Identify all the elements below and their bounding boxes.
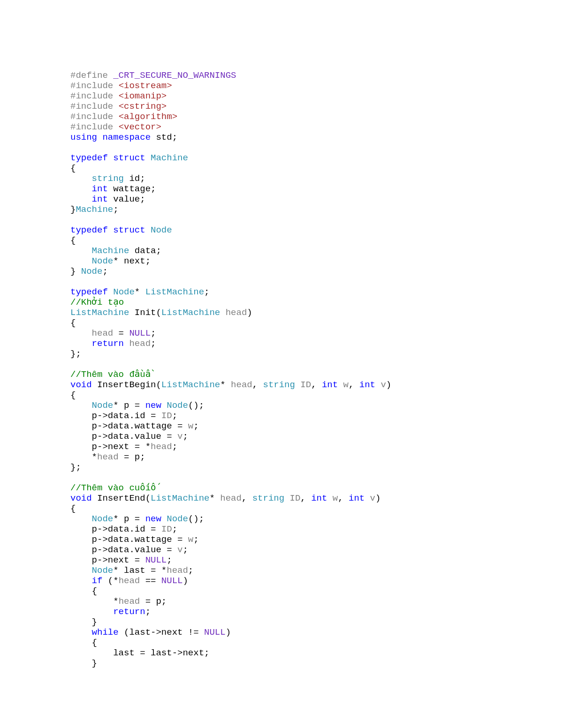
code-token: NULL: [204, 627, 226, 638]
code-line: Machine data;: [70, 246, 161, 256]
code-line: p->data.id = ID;: [70, 524, 177, 534]
code-token: ;: [172, 524, 177, 534]
code-token: #include: [70, 101, 119, 112]
code-token: p->next = *: [70, 442, 151, 452]
code-token: Node: [167, 400, 188, 411]
code-token: p->data.id =: [70, 524, 161, 534]
code-token: <algorithm>: [119, 112, 177, 122]
code-token: [70, 173, 92, 184]
code-token: return: [92, 338, 124, 349]
code-token: * next;: [113, 256, 151, 266]
code-token: int: [311, 493, 327, 503]
code-token: Node: [151, 225, 172, 235]
code-token: [70, 576, 92, 586]
code-token: [70, 627, 92, 638]
code-token: v: [177, 545, 183, 555]
code-token: [70, 256, 92, 266]
code-token: typedef: [70, 287, 108, 297]
code-token: last = last->next;: [70, 648, 209, 658]
code-token: wattage;: [108, 184, 156, 194]
code-token: [70, 400, 92, 411]
code-line: #include <algorithm>: [70, 112, 177, 122]
code-line: using namespace std;: [70, 132, 177, 143]
code-token: [108, 225, 113, 235]
code-token: ID: [290, 493, 301, 503]
code-token: {: [70, 638, 97, 648]
code-token: };: [70, 349, 81, 359]
code-token: ;: [183, 431, 188, 442]
code-token: InsertEnd(: [92, 493, 151, 503]
code-token: int: [349, 493, 365, 503]
code-token: }: [70, 658, 97, 668]
code-token: ID: [300, 380, 311, 390]
code-token: ListMachine: [161, 380, 220, 390]
code-token: #include: [70, 112, 119, 122]
code-token: ,: [300, 493, 311, 503]
code-token: Node: [92, 256, 114, 266]
code-line: return head;: [70, 338, 156, 349]
code-token: = p;: [119, 452, 145, 462]
code-token: v: [177, 431, 183, 442]
code-line: p->data.value = v;: [70, 545, 188, 555]
code-token: #include: [70, 122, 119, 132]
code-line: //Thêm vào đầuầ: [70, 369, 151, 380]
code-token: ): [386, 380, 391, 390]
code-token: * p =: [113, 514, 145, 524]
code-token: head: [226, 308, 247, 318]
code-token: NULL: [161, 576, 183, 586]
code-token: [145, 225, 151, 235]
code-token: [70, 338, 92, 349]
code-token: Machine: [92, 246, 129, 256]
code-token: Machine: [151, 153, 188, 163]
code-line: #define _CRT_SECURE_NO_WARNINGS: [70, 70, 236, 81]
code-token: Node: [167, 514, 188, 524]
code-token: data;: [129, 246, 161, 256]
code-token: [161, 514, 167, 524]
code-line: last = last->next;: [70, 648, 209, 658]
code-line: p->next = NULL;: [70, 555, 172, 565]
code-line: #include <iostream>: [70, 81, 172, 91]
code-line: };: [70, 349, 81, 359]
code-line: while (last->next != NULL): [70, 627, 231, 638]
code-token: <cstring>: [119, 101, 167, 112]
code-token: int: [92, 194, 108, 204]
code-token: NULL: [129, 328, 151, 338]
code-token: ListMachine: [70, 308, 129, 318]
code-line: return;: [70, 607, 151, 617]
code-token: ;: [193, 534, 198, 545]
code-token: ;: [151, 338, 156, 349]
code-line: //Thêm vào cuốiố: [70, 483, 156, 493]
code-line: int value;: [70, 194, 145, 204]
code-token: new: [145, 400, 161, 411]
code-token: }: [70, 204, 76, 215]
code-token: [70, 328, 92, 338]
code-line: p->data.value = v;: [70, 431, 188, 442]
code-line: *head = p;: [70, 452, 145, 462]
code-token: [97, 132, 102, 143]
code-token: //Khởi tạo: [70, 297, 124, 308]
code-token: [220, 308, 225, 318]
code-token: }: [70, 617, 97, 627]
code-token: p->data.value =: [70, 545, 177, 555]
code-token: Node: [113, 287, 135, 297]
code-token: ,: [338, 493, 349, 503]
code-line: if (*head == NULL): [70, 576, 188, 586]
code-token: Node: [92, 514, 114, 524]
code-line: Node* last = *head;: [70, 565, 193, 576]
code-token: p->data.wattage =: [70, 534, 188, 545]
code-token: #include: [70, 91, 119, 101]
code-token: int: [92, 184, 108, 194]
code-token: p->data.id =: [70, 411, 161, 421]
code-token: NULL: [145, 555, 167, 565]
code-token: * last = *: [113, 565, 167, 576]
code-token: value;: [108, 194, 145, 204]
code-token: head: [97, 452, 119, 462]
code-line: } Node;: [70, 266, 108, 277]
code-token: ;: [102, 266, 107, 277]
code-line: p->data.wattage = w;: [70, 421, 199, 431]
code-token: ): [183, 576, 188, 586]
code-token: ListMachine: [151, 493, 209, 503]
code-token: [375, 380, 380, 390]
code-line: }: [70, 658, 97, 668]
code-token: int: [359, 380, 375, 390]
